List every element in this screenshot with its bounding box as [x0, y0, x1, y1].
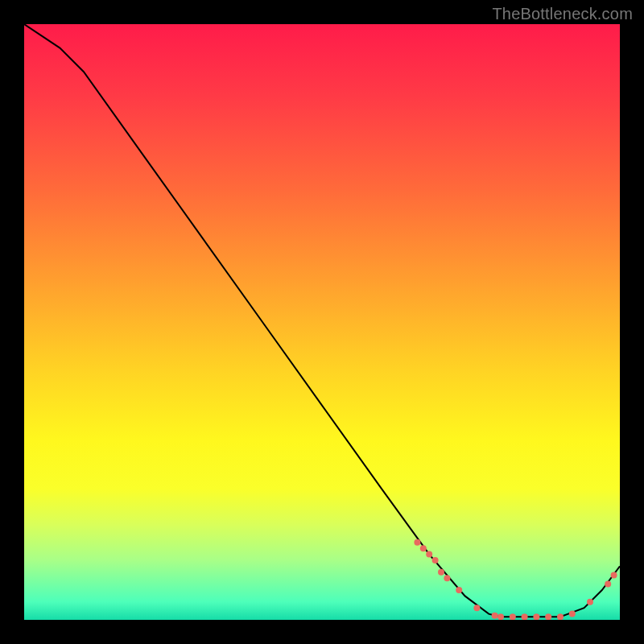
bottleneck-curve — [24, 24, 620, 617]
plot-area — [24, 24, 620, 620]
data-marker — [605, 581, 611, 588]
marker-layer — [414, 539, 617, 620]
data-marker — [557, 613, 564, 620]
watermark-text: TheBottleneck.com — [492, 5, 633, 23]
data-marker — [510, 613, 516, 620]
data-marker — [533, 613, 539, 620]
data-marker — [432, 557, 439, 564]
chart-frame: TheBottleneck.com — [0, 0, 644, 644]
data-marker — [456, 587, 462, 593]
data-marker — [492, 613, 498, 619]
data-marker — [497, 613, 504, 620]
data-marker — [587, 599, 593, 605]
data-marker — [611, 572, 617, 579]
data-marker — [569, 611, 576, 617]
data-marker — [545, 613, 551, 620]
data-marker — [426, 551, 432, 558]
chart-svg — [24, 24, 620, 620]
data-marker — [473, 605, 480, 611]
data-marker — [420, 545, 427, 551]
data-marker — [522, 613, 528, 620]
curve-layer — [24, 24, 620, 617]
data-marker — [438, 569, 444, 576]
data-marker — [444, 575, 450, 581]
data-marker — [414, 539, 420, 546]
